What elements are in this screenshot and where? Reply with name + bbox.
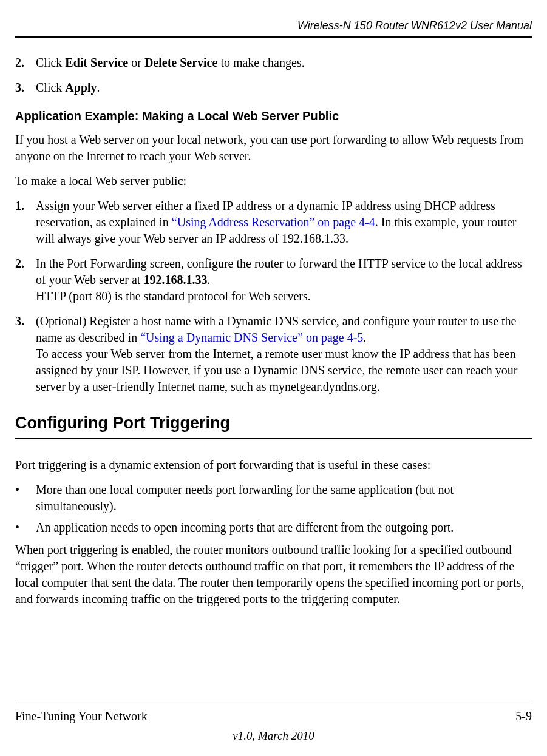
step-number: 2. [15, 255, 36, 305]
page-header: Wireless-N 150 Router WNR612v2 User Manu… [15, 18, 532, 33]
text-fragment: In the Port Forwarding screen, configure… [36, 257, 522, 286]
footer-line: Fine-Tuning Your Network 5-9 [15, 708, 532, 724]
ip-address-value: 192.168.1.33 [143, 273, 207, 286]
bullet-icon: • [15, 482, 36, 515]
apply-label: Apply [65, 81, 97, 94]
chapter-name: Fine-Tuning Your Network [15, 708, 148, 724]
manual-title: Wireless-N 150 Router WNR612v2 User Manu… [297, 19, 532, 32]
bullet-icon: • [15, 519, 36, 536]
text-fragment: Click [36, 81, 65, 94]
paragraph: If you host a Web server on your local n… [15, 132, 532, 164]
step-number: 1. [15, 198, 36, 247]
delete-service-label: Delete Service [144, 56, 217, 69]
paragraph: When port triggering is enabled, the rou… [15, 542, 532, 607]
text-fragment: . [207, 273, 210, 286]
step-text: (Optional) Register a host name with a D… [36, 313, 532, 395]
step-item: 3. Click Apply. [15, 79, 532, 96]
subheading-application-example: Application Example: Making a Local Web … [15, 108, 532, 124]
edit-service-label: Edit Service [65, 56, 128, 69]
version-text: v1.0, March 2010 [15, 728, 532, 744]
step-text: In the Port Forwarding screen, configure… [36, 255, 532, 305]
section-heading-port-triggering: Configuring Port Triggering [15, 412, 532, 434]
step-item: 1. Assign your Web server either a fixed… [15, 198, 532, 247]
text-fragment: . [363, 331, 366, 344]
text-fragment: HTTP (port 80) is the standard protocol … [36, 289, 311, 303]
step-number: 3. [15, 313, 36, 395]
step-item: 2. Click Edit Service or Delete Service … [15, 55, 532, 71]
text-fragment: Click [36, 56, 65, 69]
header-rule [15, 36, 532, 38]
bullet-item: • More than one local computer needs por… [15, 482, 532, 515]
step-text: Assign your Web server either a fixed IP… [36, 198, 532, 247]
footer-rule [15, 703, 532, 703]
step-item: 2. In the Port Forwarding screen, config… [15, 255, 532, 305]
step-text: Click Apply. [36, 79, 532, 96]
text-fragment: . [97, 81, 100, 94]
bullet-text: More than one local computer needs port … [36, 482, 532, 515]
step-number: 2. [15, 55, 36, 71]
address-reservation-link[interactable]: “Using Address Reservation” on page 4-4 [172, 215, 375, 229]
page-number: 5-9 [515, 708, 532, 724]
page-footer: Fine-Tuning Your Network 5-9 v1.0, March… [15, 703, 532, 744]
dynamic-dns-link[interactable]: “Using a Dynamic DNS Service” on page 4-… [140, 331, 363, 344]
paragraph: Port triggering is a dynamic extension o… [15, 457, 532, 473]
text-fragment: To access your Web server from the Inter… [36, 347, 517, 393]
section-rule [15, 438, 532, 439]
bullet-item: • An application needs to open incoming … [15, 519, 532, 536]
step-text: Click Edit Service or Delete Service to … [36, 55, 532, 71]
text-fragment: or [128, 56, 144, 69]
text-fragment: to make changes. [217, 56, 304, 69]
step-item: 3. (Optional) Register a host name with … [15, 313, 532, 395]
paragraph: To make a local Web server public: [15, 173, 532, 189]
step-number: 3. [15, 79, 36, 96]
bullet-text: An application needs to open incoming po… [36, 519, 454, 536]
